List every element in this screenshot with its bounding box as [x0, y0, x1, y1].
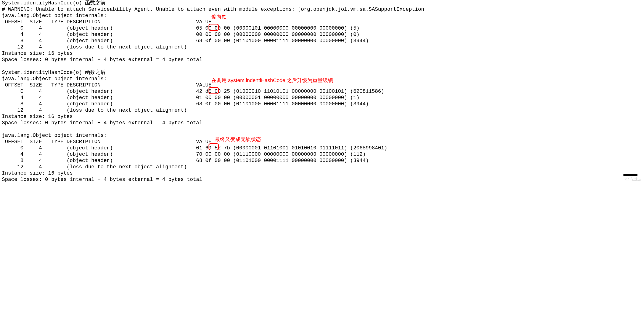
table-row: 8 4 (object header) 68 0f 00 00 (0110100… [2, 158, 642, 164]
instance-size-2: Instance size: 16 bytes [2, 114, 642, 120]
table-row: 4 4 (object header) 00 00 00 00 (0000000… [2, 31, 642, 38]
highlight-box-lock-bits-2 [208, 87, 219, 94]
line-title-after: System.identityHashCode(o) 函数之后 [2, 69, 642, 76]
table-row: 4 4 (object header) 01 00 00 00 (0000000… [2, 95, 642, 101]
table-row: 0 4 (object header) 42 d5 00 25 (0100001… [2, 88, 642, 95]
space-losses-2: Space losses: 0 bytes internal + 4 bytes… [2, 120, 642, 126]
annotation-no-lock: 最终又变成无锁状态 [215, 136, 261, 143]
table-row: 8 4 (object header) 68 0f 00 00 (0110100… [2, 38, 642, 44]
table-header-1: OFFSET SIZE TYPE DESCRIPTION VALUE [2, 19, 642, 25]
table-row: 4 4 (object header) 70 00 00 00 (0111000… [2, 151, 642, 158]
line-title-before: System.identityHashCode(o) 函数之前 [2, 0, 642, 6]
line-internals-3: java.lang.Object object internals: [2, 132, 642, 139]
line-warning: # WARNING: Unable to attach Serviceabili… [2, 6, 642, 12]
blank-line [2, 63, 642, 69]
table-row: 12 4 (loss due to the next object alignm… [2, 164, 642, 170]
table-row: 0 4 (object header) 05 00 00 00 (0000010… [2, 25, 642, 31]
space-losses-3: Space losses: 0 bytes internal + 4 bytes… [2, 176, 642, 183]
instance-size-3: Instance size: 16 bytes [2, 170, 642, 176]
table-row: 12 4 (loss due to the next object alignm… [2, 44, 642, 50]
annotation-heavy-lock: 在调用 system.indentiHashCode 之后升级为重量级锁 [211, 77, 333, 83]
decorative-bar [624, 174, 638, 176]
blank-line [2, 126, 642, 132]
highlight-box-lock-bits-3 [208, 143, 219, 150]
cloud-icon [625, 178, 630, 181]
highlight-box-lock-bits-1 [208, 24, 219, 31]
space-losses-1: Space losses: 0 bytes internal + 4 bytes… [2, 57, 642, 63]
table-header-3: OFFSET SIZE TYPE DESCRIPTION VALUE [2, 139, 642, 145]
table-row: 8 4 (object header) 68 0f 00 00 (0110100… [2, 101, 642, 107]
table-row: 0 4 (object header) 01 69 52 7b (0000000… [2, 145, 642, 151]
line-internals-1: java.lang.Object object internals: [2, 12, 642, 19]
annotation-biased-lock: 偏向锁 [211, 14, 227, 20]
watermark-text: 亿速云 [630, 177, 642, 181]
table-row: 12 4 (loss due to the next object alignm… [2, 107, 642, 114]
instance-size-1: Instance size: 16 bytes [2, 50, 642, 57]
watermark: 亿速云 [625, 177, 642, 181]
